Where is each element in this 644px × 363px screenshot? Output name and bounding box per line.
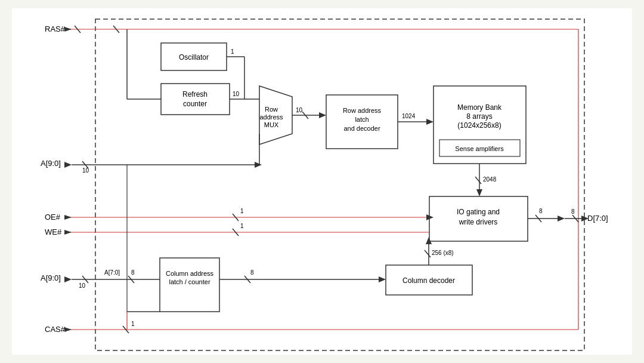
n10-a-lower: 10	[79, 282, 86, 289]
io-gating-label2: write drivers	[459, 218, 498, 226]
d70-label: D[7:0]	[587, 214, 608, 223]
n8-d-right: 8	[571, 208, 575, 215]
ras-label: RAS#	[45, 24, 66, 33]
n2048: 2048	[483, 176, 497, 183]
memory-bank-label3: (1024x256x8)	[457, 121, 501, 130]
a90-lower-label: A[9:0]	[41, 273, 61, 282]
n1-we: 1	[240, 223, 244, 229]
a90-upper-label: A[9:0]	[41, 159, 61, 168]
n1-oe: 1	[240, 208, 244, 214]
n10-mux-out: 10	[296, 107, 303, 113]
n1024: 1024	[402, 113, 416, 119]
n10-refresh: 10	[233, 91, 240, 97]
n8-a7: 8	[131, 269, 135, 276]
diagram-container: RAS# OE# WE# A[9:0] 10 A[9:0] 10 CAS# Os…	[12, 8, 632, 355]
oe-label: OE#	[45, 213, 61, 222]
memory-bank-label2: 8 arrays	[466, 112, 492, 121]
n1-cas: 1	[131, 321, 135, 327]
row-latch-label2: latch	[355, 116, 369, 123]
row-mux-label3: MUX	[264, 121, 279, 128]
col-latch-label2: latch / counter	[169, 278, 210, 285]
n1-osc: 1	[231, 48, 234, 55]
we-label: WE#	[45, 227, 62, 236]
col-decoder-label: Column decoder	[402, 276, 455, 285]
io-gating-label: IO gating and	[457, 208, 500, 216]
refresh-counter-label2: counter	[183, 100, 207, 108]
n8-col: 8	[250, 269, 254, 276]
oscillator-label: Oscillator	[179, 53, 209, 61]
col-latch-label: Column address	[166, 270, 214, 277]
svg-rect-20	[161, 84, 230, 115]
refresh-counter-label: Refresh	[182, 90, 208, 99]
n256x8: 256 (x8)	[432, 250, 454, 256]
row-mux-label2: address	[259, 113, 283, 121]
n10-a-upper: 10	[82, 167, 89, 174]
memory-bank-label: Memory Bank	[457, 103, 502, 112]
n8-d-left: 8	[539, 208, 543, 214]
svg-rect-0	[12, 8, 632, 355]
row-latch-label: Row address	[343, 107, 382, 114]
row-latch-label3: and decoder	[343, 125, 380, 132]
cas-label: CAS#	[45, 325, 66, 334]
row-mux-label: Row	[265, 106, 278, 113]
sense-amp-label: Sense amplifiers	[455, 145, 504, 152]
a70-label: A[7:0]	[104, 269, 120, 276]
